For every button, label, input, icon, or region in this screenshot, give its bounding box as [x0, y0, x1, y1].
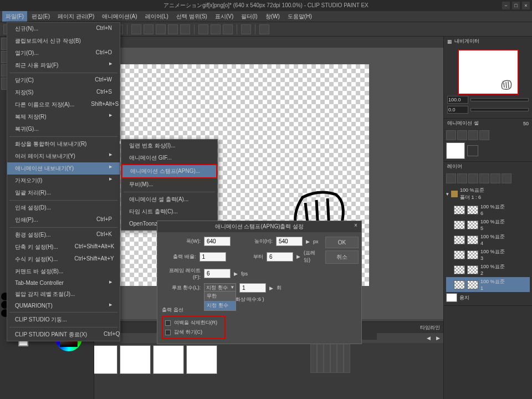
toolbar-button[interactable] [223, 24, 233, 34]
zoom-input[interactable] [447, 96, 468, 104]
height-input[interactable] [276, 237, 303, 246]
anim-btn[interactable] [446, 130, 456, 140]
scale-input[interactable] [200, 252, 226, 262]
opt-reduce-colors[interactable]: 감색 하기(C) [165, 328, 222, 337]
toolbar-button[interactable] [180, 24, 190, 34]
file-menu-item[interactable]: 클립보드에서 신규 작성(B) [7, 35, 120, 47]
opt-remove-margin[interactable]: 여백을 삭제한다(R) [165, 318, 222, 328]
file-menu-item[interactable]: QUMARION(T) [7, 300, 120, 311]
checkbox-icon[interactable] [165, 320, 171, 326]
file-menu-item[interactable]: 수식 키 설정(K)...Ctrl+Shift+Alt+Y [7, 253, 120, 265]
expand-icon[interactable]: ▾ [446, 191, 449, 197]
export-menu-item[interactable]: 애니메이션 GIF... [121, 152, 217, 164]
anim-btn[interactable] [457, 130, 467, 140]
frame-thumb[interactable] [120, 345, 151, 374]
arrow-icon[interactable]: ▶ [296, 254, 300, 259]
fps-input[interactable] [204, 269, 231, 278]
file-menu-item[interactable]: 단축 키 설정(H)...Ctrl+Shift+Alt+K [7, 241, 120, 253]
loop-option-infinite[interactable]: 무한 [204, 291, 236, 301]
frame-thumb[interactable] [186, 345, 217, 374]
file-menu-item[interactable]: CLIP STUDIO PAINT 종료(X)Ctrl+Q [7, 329, 120, 341]
toolbar-button[interactable] [144, 24, 154, 34]
layer-folder[interactable]: ▾ 100 %표준 폴더 1 : 6 [446, 186, 530, 202]
file-menu-item[interactable]: 환경 설정(E)...Ctrl+K [7, 229, 120, 241]
file-menu-item[interactable]: 최근 사용 파일(F) [7, 59, 120, 71]
file-menu-item[interactable]: 닫기(C)Ctrl+W [7, 74, 120, 86]
layer-btn[interactable] [446, 173, 456, 183]
layer-btn[interactable] [490, 173, 500, 183]
export-menu-item[interactable]: 애니메이션 셀 출력(A)... [121, 193, 217, 206]
layer-btn[interactable] [468, 173, 478, 183]
file-menu-item[interactable]: 필압 감지 레벨 조절(J)... [7, 288, 120, 300]
toolbar-button[interactable] [241, 24, 251, 34]
navigator-preview[interactable] [458, 49, 519, 95]
menu-window[interactable]: 창(W) [262, 11, 283, 22]
menu-page[interactable]: 페이지 관리(P) [54, 11, 98, 22]
menu-select[interactable]: 선택 범위(S) [173, 11, 211, 22]
maximize-button[interactable]: □ [512, 2, 520, 9]
layer-btn[interactable] [502, 173, 511, 183]
toolbar-button[interactable] [211, 24, 221, 34]
layer-row[interactable]: 100 %표준3 [446, 247, 530, 262]
file-menu-item[interactable]: 여러 페이지 내보내기(Y) [7, 150, 120, 162]
file-menu-item[interactable]: 복제 저장(R) [7, 111, 120, 123]
file-menu-item[interactable]: CLIP STUDIO 기동... [7, 314, 120, 326]
file-menu-item[interactable]: 저장(S)Ctrl+S [7, 86, 120, 99]
layer-row[interactable]: 100 %표준1 [446, 277, 530, 292]
file-menu-item[interactable]: 열기(O)...Ctrl+O [7, 47, 120, 59]
frame-cell[interactable] [324, 340, 330, 373]
file-menu-item[interactable]: 인쇄(P)...Ctrl+P [7, 214, 120, 226]
arrow-icon[interactable]: ▶ [269, 285, 273, 291]
anim-btn[interactable] [479, 130, 489, 140]
frame-thumb[interactable] [153, 345, 184, 374]
toolbar-button[interactable] [131, 24, 141, 34]
layer-btn[interactable] [457, 173, 467, 183]
frames-input[interactable] [267, 252, 293, 262]
frame-cell[interactable] [317, 340, 324, 373]
arrow-icon[interactable]: ▶ [234, 271, 238, 277]
file-menu-item[interactable]: 화상을 통합하여 내보내기(R) [7, 138, 120, 150]
file-menu-item[interactable]: 애니메이션 내보내기(Y) [7, 162, 120, 175]
frame-cell[interactable] [310, 340, 317, 373]
file-menu-item[interactable]: 다른 이름으로 저장(A)...Shift+Alt+S [7, 99, 120, 111]
menu-view[interactable]: 표시(V) [212, 11, 237, 22]
file-menu-item[interactable]: 가져오기(I) [7, 175, 120, 187]
frame-cell[interactable] [337, 340, 344, 373]
menu-filter[interactable]: 필터(I) [238, 11, 260, 22]
menu-file[interactable]: 파일(F) [2, 11, 27, 22]
checkbox-icon[interactable] [165, 330, 171, 335]
layer-btn[interactable] [479, 173, 489, 183]
toolbar-button[interactable] [198, 24, 208, 34]
export-menu-item[interactable]: 애니메이션 스탬프(APNG)... [121, 164, 217, 178]
zoom-slider[interactable] [470, 98, 529, 101]
layer-row[interactable]: 100 %표준4 [446, 232, 530, 247]
file-menu-item[interactable]: 신규(N)...Ctrl+N [7, 23, 120, 35]
frame-cell[interactable] [330, 340, 337, 373]
file-menu-item[interactable]: 커맨드 바 설정(B)... [7, 265, 120, 278]
width-input[interactable] [204, 237, 231, 246]
arrow-icon[interactable]: ▶ [306, 239, 310, 244]
file-menu-item[interactable]: Tab-Mate Controller [7, 278, 120, 288]
cel-thumb[interactable] [446, 142, 465, 159]
menu-help[interactable]: 도움말(H) [284, 11, 315, 22]
menu-layer[interactable]: 레이어(L) [142, 11, 172, 22]
cel-next[interactable] [467, 145, 478, 156]
layer-row[interactable]: 100 %표준6 [446, 202, 530, 217]
loop-count-input[interactable] [239, 283, 266, 293]
toolbar-button[interactable] [259, 24, 269, 34]
minimize-button[interactable]: − [502, 2, 510, 9]
file-menu-item[interactable]: 인쇄 설정(D)... [7, 202, 120, 214]
file-menu-item[interactable]: 일괄 처리(R)... [7, 187, 120, 199]
toolbar-button[interactable] [168, 24, 178, 34]
export-menu-item[interactable]: 무비(M)... [121, 178, 217, 191]
cancel-button[interactable]: 취소 [325, 250, 359, 264]
frame-cell[interactable] [344, 340, 350, 373]
dialog-close-button[interactable]: × [352, 222, 359, 229]
angle-input[interactable] [447, 106, 468, 114]
layer-row[interactable]: 100 %표준2 [446, 262, 530, 277]
toolbar-button[interactable] [156, 24, 166, 34]
close-button[interactable]: × [522, 2, 530, 9]
anim-btn[interactable] [468, 130, 478, 140]
menu-animation[interactable]: 애니메이션(A) [99, 11, 140, 22]
menu-edit[interactable]: 편집(E) [28, 11, 53, 22]
